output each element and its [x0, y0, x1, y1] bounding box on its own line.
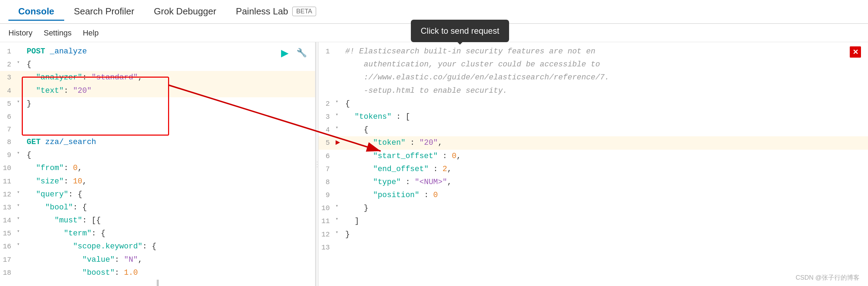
editor-line: 7	[0, 123, 315, 136]
response-line-token: 5 ► "token" : "20",	[319, 136, 868, 149]
send-request-tooltip: Click to send request	[411, 20, 509, 42]
editor-toolbar: ▶ 🔧	[279, 46, 308, 59]
response-line: 11 ▾ ]	[319, 215, 868, 228]
beta-badge: BETA	[292, 7, 316, 16]
editor-line: 1 POST _analyze	[0, 45, 315, 58]
response-line: -setup.html to enable security.	[319, 84, 868, 97]
editor-line: 3 "analyzer": "standard",	[0, 71, 315, 84]
response-line: ://www.elastic.co/guide/en/elasticsearch…	[319, 71, 868, 84]
editor-line: 2 ▾ {	[0, 58, 315, 71]
response-line: 8 "type" : "<NUM>",	[319, 176, 868, 189]
editor-line: 10 "from": 0,	[0, 162, 315, 175]
tab-search-profiler[interactable]: Search Profiler	[64, 3, 144, 21]
watermark: CSDN @张子行的博客	[796, 273, 860, 282]
tab-console[interactable]: Console	[8, 3, 64, 21]
editor-line: 16 ▾ "scope.keyword": {	[0, 240, 315, 253]
editor-panel: ▶ 🔧 1 POST _analyze 2 ▾ { 3 "analyzer": …	[0, 42, 316, 286]
response-line: 7 "end_offset" : 2,	[319, 163, 868, 176]
editor-line: 4 "text": "20"	[0, 84, 315, 97]
tab-painless-lab[interactable]: Painless Lab BETA	[226, 3, 326, 21]
editor-line: 6	[0, 110, 315, 123]
run-button[interactable]: ▶	[279, 46, 291, 59]
editor-line: 13 ▾ "bool": {	[0, 201, 315, 214]
editor-line: 5 ▾ }	[0, 97, 315, 110]
settings-link[interactable]: Settings	[44, 28, 72, 38]
editor-line: 18 "boost": 1.0	[0, 266, 315, 279]
editor-line: 9 ▾ {	[0, 149, 315, 162]
response-body[interactable]: 1 #! Elasticsearch built-in security fea…	[319, 42, 868, 286]
editor-line: 17 "value": "N",	[0, 253, 315, 266]
response-toolbar: ✕	[850, 46, 861, 58]
response-line: 13	[319, 241, 868, 254]
help-link[interactable]: Help	[83, 28, 99, 38]
editor-body[interactable]: 1 POST _analyze 2 ▾ { 3 "analyzer": "sta…	[0, 42, 315, 286]
divider-handle[interactable]: ‖	[151, 279, 165, 286]
tab-grok-debugger[interactable]: Grok Debugger	[144, 3, 226, 21]
history-link[interactable]: History	[8, 28, 32, 38]
close-response-button[interactable]: ✕	[850, 46, 861, 58]
response-line: 10 ▾ }	[319, 202, 868, 215]
response-line: 1 #! Elasticsearch built-in security fea…	[319, 45, 868, 58]
tab-painless-lab-label: Painless Lab	[236, 6, 288, 17]
response-line: 12 ▾ }	[319, 228, 868, 241]
response-panel: ✕ 1 #! Elasticsearch built-in security f…	[319, 42, 868, 286]
editor-line: 11 "size": 10,	[0, 175, 315, 188]
settings-button[interactable]: 🔧	[295, 46, 308, 59]
response-line: 6 "start_offset" : 0,	[319, 150, 868, 163]
editor-line: 12 ▾ "query": {	[0, 188, 315, 201]
response-line: 9 "position" : 0	[319, 189, 868, 202]
editor-line: 8 GET zza/_search	[0, 136, 315, 149]
editor-line: 14 ▾ "must": [{	[0, 214, 315, 227]
response-line: 2 ▾ {	[319, 97, 868, 110]
editor-line: 15 ▾ "term": {	[0, 227, 315, 240]
response-line: authentication, your cluster could be ac…	[319, 58, 868, 71]
response-line: 3 ▾ "tokens" : [	[319, 110, 868, 123]
main-content: ▶ 🔧 1 POST _analyze 2 ▾ { 3 "analyzer": …	[0, 42, 868, 286]
panel-divider: ⋮	[316, 42, 319, 286]
response-line: 4 ▾ {	[319, 123, 868, 136]
